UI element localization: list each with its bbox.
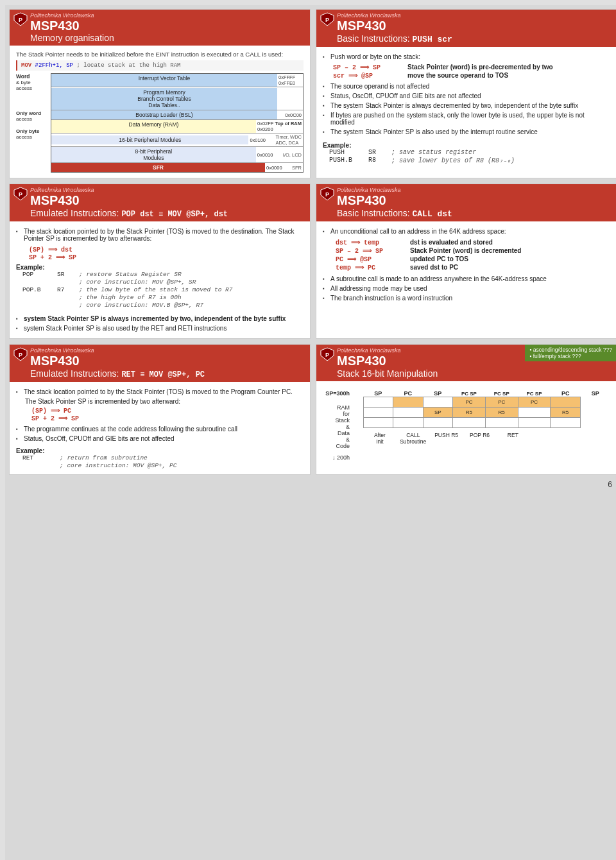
- card-subtitle-2: Basic Instructions: PUSH scr: [337, 33, 612, 44]
- pop-bullets: The stack location pointed to by the Sta…: [16, 227, 304, 243]
- card-body-4: An unconditional call to an address in t…: [316, 221, 616, 308]
- ret-bullets-more: The programme continues at the code addr…: [16, 424, 304, 443]
- pop-cmd-2: POP.B: [22, 286, 55, 293]
- logo-icon-2: P: [320, 12, 334, 26]
- sp-col-left-2: scr ⟹ @SP: [333, 72, 404, 80]
- ret-bullet-3: Status, OscOff, CPUOff and GIE bits are …: [16, 434, 304, 443]
- logo-icon-6: P: [320, 347, 334, 361]
- stack-col-sp2: SP: [423, 390, 453, 397]
- call-col-right-4: saved dst to PC: [410, 264, 610, 271]
- mem-row-ram: Data Memory (RAM) 0x02FF Top of RAM 0x02…: [51, 120, 303, 133]
- call-col-right-2: Stack Pointer (word) is decremented: [410, 247, 610, 255]
- card-subtitle-3: Emulated Instructions: POP dst ≡ MOV @SP…: [30, 208, 305, 219]
- stack-col-pc1: PC: [393, 390, 424, 397]
- stack-col-pc6: PC: [551, 390, 581, 397]
- stack-row-1: PC PC PC: [354, 397, 610, 408]
- pop-cmd-1: POP: [22, 271, 55, 278]
- pop-system-bullets: system Stack Pointer SP is always increm…: [16, 314, 304, 333]
- pop-sp-formula: (SP) ⟹ dst SP + 2 ⟹ SP: [29, 246, 304, 261]
- push-bullet-2: The source operand is not affected: [323, 82, 610, 91]
- row-2: P Politechnika Wroclawska MSP430 Emulate…: [9, 184, 616, 339]
- msp-title-4: MSP430: [337, 193, 612, 208]
- row-3: P Politechnika Wroclawska MSP430 Emulate…: [9, 344, 616, 475]
- label-only-word: Only word access: [16, 110, 49, 122]
- mem-row-ivt: Interrupt Vector Table 0xFFFF 0xFFE0: [51, 74, 303, 87]
- pop-comment-2c: ; core instruction: MOV.B @SP+, R7: [79, 302, 304, 309]
- card-call: P Politechnika Wroclawska MSP430 Basic I…: [316, 184, 616, 339]
- ret-example-label: Example:: [16, 447, 304, 454]
- label-push-r5: PUSH R5: [430, 432, 463, 445]
- svg-text:P: P: [19, 352, 22, 358]
- mem-row-8bit: 8-bit PeripheralModules 0x0010 I/O, LCD: [51, 147, 303, 163]
- stack-axis-labels: SP=300h RAMforStack&Data&Code ↓ 200h: [323, 390, 352, 461]
- msp-title-2: MSP430: [337, 19, 612, 33]
- stack-diagram: SP=300h RAMforStack&Data&Code ↓ 200h SP: [323, 390, 610, 461]
- call-bullets-more: A subroutine call is made to an address …: [323, 274, 610, 303]
- svg-text:P: P: [325, 191, 329, 198]
- pop-comment-2b: ; the high byte of R7 is 00h: [79, 294, 304, 301]
- intro-text: The Stack Pointer needs to be initialize…: [16, 51, 304, 58]
- label-call-sub: CALLSubroutine: [397, 432, 430, 445]
- card-subtitle-6: Stack 16-bit Manipulation: [337, 368, 612, 379]
- stack-table: SP PC SP PC SP PC SP PC SP PC SP: [354, 390, 610, 428]
- logo-icon-4: P: [320, 187, 334, 201]
- ret-bullet-2: The programme continues at the code addr…: [16, 424, 304, 434]
- mem-row-program: Program MemoryBranch Control TablesData …: [51, 87, 303, 110]
- call-col-left-4: temp ⟹ PC: [336, 264, 406, 271]
- push-comment-2: ; save lower bytes of R8 (R8₇₋₀): [391, 157, 610, 164]
- stack-col-sp7: SP: [580, 390, 610, 397]
- pop-sys-bullet-1: system Stack Pointer SP is always increm…: [16, 314, 304, 323]
- label-ret: RET: [496, 432, 529, 445]
- call-bullet-2: A subroutine call is made to an address …: [323, 274, 610, 284]
- push-example-label: Example:: [323, 142, 610, 149]
- stack-col-sp1: SP: [363, 390, 393, 397]
- mem-row-16bit: 16-bit Peripheral Modules 0x0100 Timer, …: [51, 133, 303, 147]
- pop-comment-1a: ; restore Status Register SR: [79, 271, 304, 278]
- push-cmd-2: PUSH.B: [329, 157, 364, 164]
- card-subtitle-5: Emulated Instructions: RET ≡ MOV @SP+, P…: [30, 368, 305, 379]
- call-bullet-3: All addressing mode may be used: [323, 284, 610, 293]
- svg-text:P: P: [19, 191, 22, 198]
- push-comment-1: ; save status register: [391, 149, 610, 156]
- stack-col-pcsp4: PC SP: [485, 390, 518, 397]
- ret-bullet-1: The stack location pointed to by the Sta…: [16, 387, 304, 397]
- left-access-labels: Word & byte access Only word access Only…: [16, 73, 49, 173]
- stack-bottom-labels: AfterInit CALLSubroutine PUSH R5 POP R6 …: [354, 432, 610, 445]
- card-ret: P Politechnika Wroclawska MSP430 Emulate…: [9, 344, 311, 475]
- ret-examples: RET ; return from subroutine ; core inst…: [22, 454, 304, 469]
- ret-comment-1b: ; core instruction: MOV @SP+, PC: [60, 462, 304, 469]
- push-arg-2: R8: [368, 157, 388, 164]
- stack-col-pcsp5: PC SP: [518, 390, 551, 397]
- push-arg-1: SR: [368, 149, 388, 156]
- card-body-1: The Stack Pointer needs to be initialize…: [10, 46, 310, 178]
- pop-sys-bullet-2: system Stack Pointer SP is also used by …: [16, 323, 304, 333]
- push-bullet-1: Push word or byte on the stack:: [323, 52, 610, 62]
- addr200-label: ↓ 200h: [323, 454, 350, 461]
- push-bullets-more: The source operand is not affected Statu…: [323, 82, 610, 137]
- svg-text:P: P: [325, 17, 329, 23]
- sp-col-right-2: move the source operand to TOS: [407, 72, 610, 80]
- card-subtitle-1: Memory organisation: [30, 33, 305, 43]
- logo-icon-3: P: [13, 187, 28, 201]
- card-body-3: The stack location pointed to by the Sta…: [10, 221, 310, 338]
- university-label-5: Politechnika Wroclawska: [30, 347, 305, 354]
- push-example-section: Example: PUSH SR ; save status register …: [323, 142, 610, 164]
- card-pop: P Politechnika Wroclawska MSP430 Emulate…: [9, 184, 311, 339]
- ret-bullets: The stack location pointed to by the Sta…: [16, 387, 304, 397]
- push-bullets: Push word or byte on the stack:: [323, 52, 610, 62]
- push-bullet-4: The system Stack Pointer is always decre…: [323, 101, 610, 110]
- call-bullet-4: The branch instruction is a word instruc…: [323, 293, 610, 303]
- stack-note-1: ▪ ascending/descending stack ???: [529, 347, 612, 353]
- university-label: Politechnika Wroclawska: [30, 12, 305, 19]
- push-bullet-5: If bytes are pushed on the system stack,…: [323, 110, 610, 127]
- ram-label: RAMforStack&Data&Code: [323, 404, 350, 449]
- push-cmd-1: PUSH: [329, 149, 364, 156]
- card-push: P Politechnika Wroclawska MSP430 Basic I…: [316, 9, 616, 178]
- pop-comment-2a: ; the low byte of the stack is moved to …: [79, 286, 304, 293]
- ret-comment-1a: ; return from subroutine: [60, 454, 304, 461]
- page-container: P Politechnika Wroclawska MSP430 Memory …: [5, 5, 616, 860]
- row-1: P Politechnika Wroclawska MSP430 Memory …: [9, 9, 616, 178]
- call-col-left-1: dst ⟹ temp: [336, 239, 406, 246]
- card-header-5: P Politechnika Wroclawska MSP430 Emulate…: [10, 345, 310, 382]
- logo-icon-5: P: [13, 347, 28, 361]
